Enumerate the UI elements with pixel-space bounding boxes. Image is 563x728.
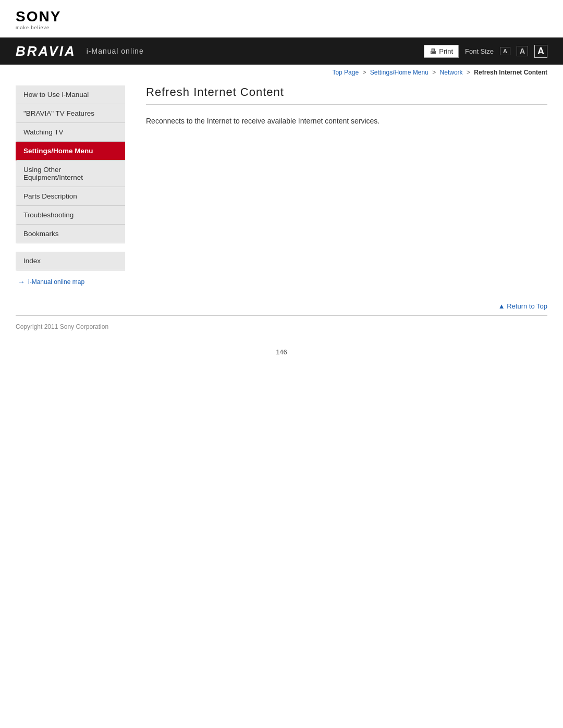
content-body: Reconnects to the Internet to receive av… bbox=[146, 115, 547, 127]
sidebar-label-settings-home: Settings/Home Menu bbox=[23, 147, 93, 155]
sidebar-label-bookmarks: Bookmarks bbox=[23, 230, 59, 238]
font-medium-button[interactable]: A bbox=[517, 46, 528, 56]
page-number: 146 bbox=[0, 338, 563, 366]
bravia-left: BRAVIA i-Manual online bbox=[16, 43, 144, 59]
sidebar-item-using-other[interactable]: Using Other Equipment/Internet bbox=[16, 161, 125, 187]
print-icon: 🖶 bbox=[430, 47, 436, 55]
font-size-label: Font Size bbox=[465, 47, 494, 55]
footer: Copyright 2011 Sony Corporation bbox=[0, 316, 563, 338]
font-large-button[interactable]: A bbox=[534, 45, 547, 58]
print-label: Print bbox=[439, 47, 453, 55]
sidebar-label-watching-tv: Watching TV bbox=[23, 128, 64, 136]
sidebar-item-bookmarks[interactable]: Bookmarks bbox=[16, 225, 125, 243]
sidebar-item-index[interactable]: Index bbox=[16, 252, 125, 270]
sidebar-item-watching-tv[interactable]: Watching TV bbox=[16, 123, 125, 142]
triangle-up-icon: ▲ bbox=[498, 302, 505, 310]
sidebar-item-troubleshooting[interactable]: Troubleshooting bbox=[16, 206, 125, 225]
bravia-logo: BRAVIA bbox=[16, 43, 76, 59]
return-top-area: ▲ Return to Top bbox=[0, 291, 563, 315]
breadcrumb-sep1: > bbox=[362, 69, 366, 76]
sidebar-item-settings-home[interactable]: Settings/Home Menu bbox=[16, 142, 125, 161]
bravia-right: 🖶 Print Font Size A A A bbox=[424, 45, 547, 58]
bravia-bar: BRAVIA i-Manual online 🖶 Print Font Size… bbox=[0, 38, 563, 65]
sidebar-label-how-to-use: How to Use i-Manual bbox=[23, 91, 89, 98]
return-top-label: Return to Top bbox=[507, 302, 547, 310]
return-to-top-link[interactable]: ▲ Return to Top bbox=[498, 302, 547, 310]
sidebar-item-how-to-use[interactable]: How to Use i-Manual bbox=[16, 85, 125, 104]
sidebar-map-label: i-Manual online map bbox=[28, 278, 84, 286]
sidebar-item-bravia-tv[interactable]: "BRAVIA" TV Features bbox=[16, 104, 125, 123]
breadcrumb-network[interactable]: Network bbox=[440, 69, 463, 76]
bravia-subtitle: i-Manual online bbox=[87, 47, 144, 55]
content-area: Refresh Internet Content Reconnects to t… bbox=[141, 85, 547, 286]
page-title: Refresh Internet Content bbox=[146, 85, 547, 105]
sidebar-label-using-other: Using Other Equipment/Internet bbox=[23, 166, 83, 181]
sidebar-item-parts-desc[interactable]: Parts Description bbox=[16, 187, 125, 206]
sony-brand-text: SONY bbox=[16, 9, 61, 24]
breadcrumb-settings[interactable]: Settings/Home Menu bbox=[370, 69, 429, 76]
sidebar: How to Use i-Manual "BRAVIA" TV Features… bbox=[16, 85, 125, 286]
breadcrumb-sep2: > bbox=[432, 69, 436, 76]
breadcrumb-sep3: > bbox=[467, 69, 470, 76]
sidebar-map-link[interactable]: → i-Manual online map bbox=[16, 278, 125, 286]
sidebar-label-bravia-tv: "BRAVIA" TV Features bbox=[23, 109, 94, 117]
sidebar-label-troubleshooting: Troubleshooting bbox=[23, 211, 74, 219]
sidebar-gap bbox=[16, 243, 125, 252]
arrow-right-icon: → bbox=[18, 278, 25, 286]
copyright-text: Copyright 2011 Sony Corporation bbox=[16, 323, 108, 330]
sidebar-label-index: Index bbox=[23, 257, 41, 265]
font-small-button[interactable]: A bbox=[500, 47, 510, 55]
breadcrumb-top-page[interactable]: Top Page bbox=[332, 69, 359, 76]
sony-tagline: make.believe bbox=[16, 25, 61, 30]
main-layout: How to Use i-Manual "BRAVIA" TV Features… bbox=[0, 80, 563, 291]
sidebar-label-parts-desc: Parts Description bbox=[23, 192, 77, 200]
print-button[interactable]: 🖶 Print bbox=[424, 45, 459, 58]
top-bar: SONY make.believe bbox=[0, 0, 563, 38]
sony-logo: SONY make.believe bbox=[16, 9, 61, 30]
breadcrumb: Top Page > Settings/Home Menu > Network … bbox=[0, 65, 563, 80]
breadcrumb-current: Refresh Internet Content bbox=[474, 69, 547, 76]
